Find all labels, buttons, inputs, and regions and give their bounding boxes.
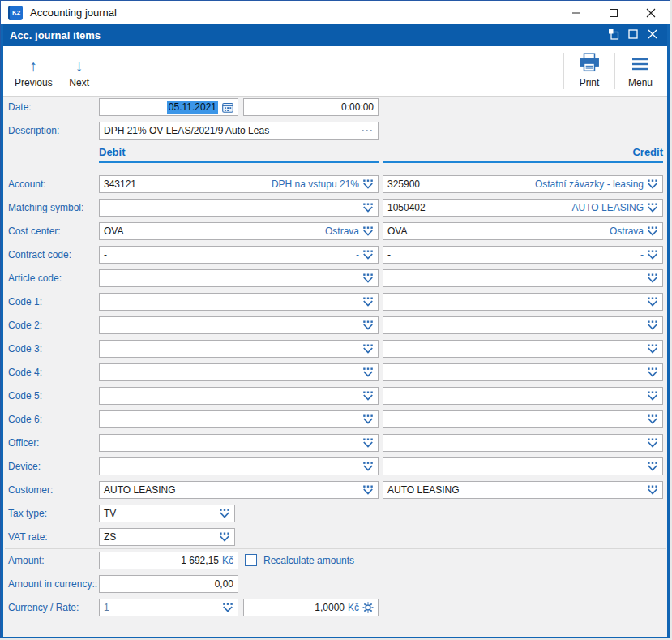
credit-field[interactable] xyxy=(383,316,663,334)
recalculate-checkbox[interactable] xyxy=(245,554,257,566)
debit-field[interactable]: TV xyxy=(99,505,235,522)
lookup-dropdown-icon[interactable] xyxy=(647,297,658,307)
lookup-dropdown-icon[interactable] xyxy=(219,509,230,519)
rate-value: 1,0000 xyxy=(315,602,345,613)
previous-button[interactable]: ↑ Previous xyxy=(10,46,58,96)
debit-column-header: Debit xyxy=(99,146,379,163)
debit-field[interactable] xyxy=(99,410,379,428)
lookup-dropdown-icon[interactable] xyxy=(362,485,374,496)
date-value: 05.11.2021 xyxy=(167,101,218,114)
debit-field[interactable] xyxy=(99,340,379,358)
lookup-dropdown-icon[interactable] xyxy=(222,603,233,613)
debit-field[interactable] xyxy=(99,269,379,287)
field-label: Code 4: xyxy=(8,367,42,378)
lookup-dropdown-icon[interactable] xyxy=(647,485,658,496)
lookup-dropdown-icon[interactable] xyxy=(647,438,658,449)
debit-field[interactable]: ZS xyxy=(99,528,235,546)
debit-field[interactable] xyxy=(99,199,379,217)
credit-field[interactable] xyxy=(383,387,663,405)
print-button[interactable]: Print xyxy=(567,46,611,96)
next-button[interactable]: ↓ Next xyxy=(58,46,101,96)
currency-value: 1 xyxy=(104,602,109,613)
lookup-dropdown-icon[interactable] xyxy=(362,250,374,260)
lookup-dropdown-icon[interactable] xyxy=(647,250,658,260)
rate-input[interactable]: 1,0000 Kč xyxy=(243,599,379,616)
gear-icon[interactable] xyxy=(362,602,374,613)
form-row: Code 2: xyxy=(3,316,667,334)
more-ellipsis-icon[interactable]: ··· xyxy=(362,125,374,136)
form-row: Account: 343121 DPH na vstupu 21% 325900… xyxy=(3,175,667,193)
debit-field[interactable]: AUTO LEASING xyxy=(99,481,379,499)
lookup-dropdown-icon[interactable] xyxy=(362,391,374,402)
journal-items-panel: Acc. journal items ↑ Previous ↓ xyxy=(1,24,670,638)
lookup-dropdown-icon[interactable] xyxy=(362,179,374,190)
panel-maximize-button[interactable] xyxy=(623,26,643,45)
lookup-dropdown-icon[interactable] xyxy=(362,297,374,307)
credit-field[interactable] xyxy=(383,363,663,381)
field-label: Customer: xyxy=(8,484,53,496)
minimize-button[interactable] xyxy=(558,1,595,24)
credit-field[interactable] xyxy=(383,293,663,311)
window-titlebar: K2 Accounting journal xyxy=(1,1,670,24)
debit-field[interactable]: 343121 DPH na vstupu 21% xyxy=(99,175,379,193)
recalculate-label: Recalculate amounts xyxy=(263,555,354,566)
lookup-dropdown-icon[interactable] xyxy=(362,203,374,213)
credit-field[interactable]: 325900 Ostatní závazky - leasing xyxy=(383,175,663,193)
panel-restore-button[interactable] xyxy=(604,26,623,45)
credit-field[interactable]: AUTO LEASING xyxy=(383,481,663,499)
lookup-dropdown-icon[interactable] xyxy=(647,179,658,190)
currency-input[interactable]: 1 xyxy=(99,599,238,616)
lookup-dropdown-icon[interactable] xyxy=(647,367,658,378)
lookup-dropdown-icon[interactable] xyxy=(647,226,658,237)
toolbar-separator xyxy=(614,53,615,89)
lookup-dropdown-icon[interactable] xyxy=(647,203,658,213)
credit-field[interactable] xyxy=(383,340,663,358)
credit-field[interactable] xyxy=(383,410,663,428)
credit-field[interactable]: 1050402 AUTO LEASING xyxy=(383,199,663,217)
debit-field[interactable] xyxy=(99,293,379,311)
menu-button[interactable]: Menu xyxy=(618,46,662,96)
lookup-dropdown-icon[interactable] xyxy=(362,438,374,449)
calendar-icon[interactable] xyxy=(222,102,233,113)
debit-field[interactable] xyxy=(99,387,379,405)
lookup-dropdown-icon[interactable] xyxy=(647,320,658,331)
lookup-dropdown-icon[interactable] xyxy=(362,344,374,354)
debit-field[interactable] xyxy=(99,434,379,452)
lookup-dropdown-icon[interactable] xyxy=(362,367,374,378)
debit-field[interactable]: - - xyxy=(99,246,379,264)
lookup-dropdown-icon[interactable] xyxy=(219,532,230,543)
close-button[interactable] xyxy=(632,1,670,24)
lookup-dropdown-icon[interactable] xyxy=(362,462,374,472)
credit-field[interactable] xyxy=(383,269,663,287)
app-window: K2 Accounting journal Acc. journal items xyxy=(0,0,670,638)
field-label: Officer: xyxy=(8,437,39,449)
credit-field[interactable]: OVA Ostrava xyxy=(383,222,663,240)
debit-field[interactable]: OVA Ostrava xyxy=(99,222,379,240)
debit-field[interactable] xyxy=(99,457,379,475)
debit-field[interactable] xyxy=(99,363,379,381)
date-input[interactable]: 05.11.2021 xyxy=(99,98,238,116)
menu-label: Menu xyxy=(628,77,653,88)
lookup-dropdown-icon[interactable] xyxy=(362,273,374,284)
amount-input[interactable]: 1 692,15 Kč xyxy=(99,552,238,569)
next-label: Next xyxy=(69,77,89,88)
debit-field[interactable] xyxy=(99,316,379,334)
lookup-dropdown-icon[interactable] xyxy=(647,344,658,354)
lookup-dropdown-icon[interactable] xyxy=(362,414,374,425)
credit-field[interactable]: - - xyxy=(383,246,663,264)
lookup-dropdown-icon[interactable] xyxy=(647,414,658,425)
credit-field[interactable] xyxy=(383,434,663,452)
amount-in-currency-value: 0,00 xyxy=(215,578,233,590)
lookup-dropdown-icon[interactable] xyxy=(647,391,658,402)
maximize-button[interactable] xyxy=(595,1,632,24)
lookup-dropdown-icon[interactable] xyxy=(362,320,374,331)
close-icon xyxy=(647,28,658,43)
panel-close-button[interactable] xyxy=(643,26,662,45)
amount-in-currency-input[interactable]: 0,00 xyxy=(99,575,238,593)
credit-field[interactable] xyxy=(383,457,663,475)
lookup-dropdown-icon[interactable] xyxy=(362,226,374,237)
lookup-dropdown-icon[interactable] xyxy=(647,462,658,472)
description-input[interactable]: DPH 21% OV LEAS/2021/9 Auto Leas ··· xyxy=(99,122,379,140)
time-input[interactable]: 0:00:00 xyxy=(243,98,379,116)
lookup-dropdown-icon[interactable] xyxy=(647,273,658,284)
